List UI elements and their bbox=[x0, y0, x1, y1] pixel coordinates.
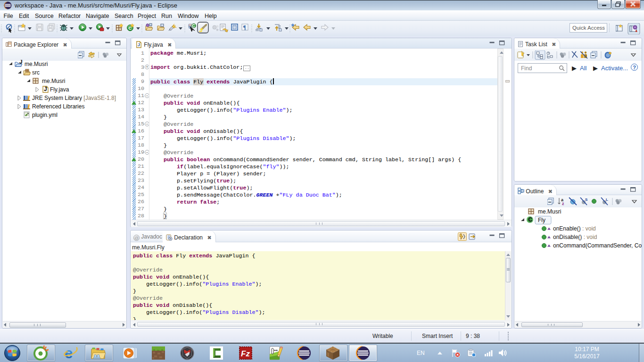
svg-text:src: src bbox=[32, 69, 40, 76]
svg-text:L: L bbox=[606, 197, 608, 202]
svg-text:Fly: Fly bbox=[538, 217, 545, 223]
svg-text:onCommand(CommandSender, Comm: onCommand(CommandSender, Comm bbox=[553, 242, 642, 249]
svg-text:¶: ¶ bbox=[243, 24, 246, 31]
svg-text:onDisable() : void: onDisable() : void bbox=[553, 234, 597, 240]
svg-text:++: ++ bbox=[274, 349, 278, 352]
svg-text:S: S bbox=[585, 197, 588, 202]
svg-text:Fly.java: Fly.java bbox=[50, 86, 69, 93]
svg-text:J: J bbox=[138, 42, 140, 47]
svg-text:C: C bbox=[528, 216, 533, 223]
svg-text:JRE System Library [JavaSE-1.8: JRE System Library [JavaSE-1.8] bbox=[32, 95, 116, 101]
svg-text:J: J bbox=[44, 86, 47, 92]
svg-text:me.Musri: me.Musri bbox=[538, 208, 561, 215]
svg-text:plugin.yml: plugin.yml bbox=[32, 112, 58, 118]
svg-text:onEnable() : void: onEnable() : void bbox=[553, 225, 596, 232]
svg-text:Fz: Fz bbox=[241, 349, 250, 358]
svg-text:z: z bbox=[562, 201, 564, 206]
svg-text:Referenced Libraries: Referenced Libraries bbox=[32, 103, 84, 110]
svg-text:J: J bbox=[19, 60, 23, 65]
svg-text:me.Musri: me.Musri bbox=[25, 61, 48, 67]
svg-text:me.Musri: me.Musri bbox=[42, 78, 65, 84]
